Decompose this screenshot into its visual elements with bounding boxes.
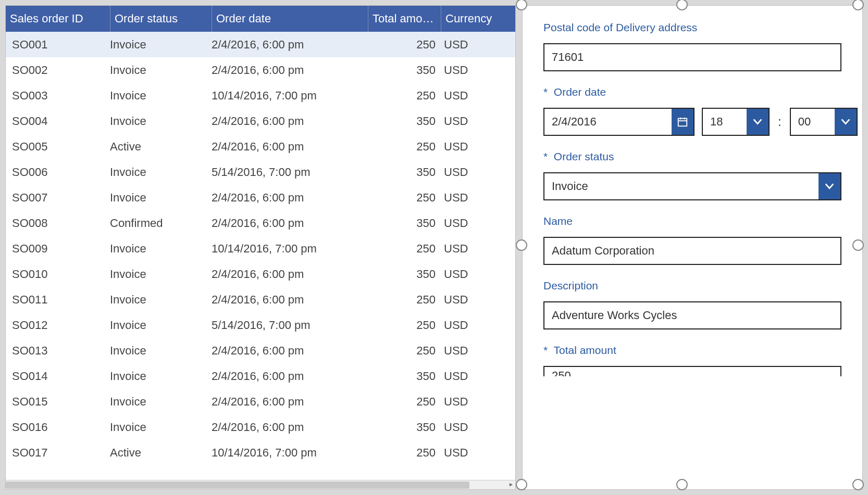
cell-date: 2/4/2016, 6:00 pm: [212, 115, 368, 128]
cell-date: 2/4/2016, 6:00 pm: [212, 217, 368, 230]
cell-date: 2/4/2016, 6:00 pm: [212, 64, 368, 77]
cell-amount: 350: [368, 268, 441, 281]
resize-handle[interactable]: [852, 239, 864, 251]
table-row[interactable]: SO017Active10/14/2016, 7:00 pm250USD: [6, 440, 515, 465]
table-row[interactable]: SO004Invoice2/4/2016, 6:00 pm350USD: [6, 108, 515, 134]
cell-id: SO005: [6, 140, 110, 154]
cell-date: 2/4/2016, 6:00 pm: [212, 268, 368, 281]
input-orderdate-hour[interactable]: 18: [702, 108, 770, 136]
sales-order-grid[interactable]: Sales order ID Order status Order date T…: [5, 5, 516, 490]
cell-currency: USD: [441, 446, 493, 460]
cell-currency: USD: [441, 268, 493, 281]
cell-currency: USD: [441, 115, 493, 128]
cell-id: SO013: [6, 344, 110, 358]
cell-id: SO012: [6, 319, 110, 332]
table-row[interactable]: SO008Confirmed2/4/2016, 6:00 pm350USD: [6, 210, 515, 236]
scroll-right-icon[interactable]: ►: [507, 481, 515, 487]
table-row[interactable]: SO001Invoice2/4/2016, 6:00 pm250USD: [6, 32, 515, 57]
cell-currency: USD: [441, 421, 493, 434]
input-totalamount[interactable]: 250: [543, 366, 841, 376]
cell-status: Invoice: [110, 421, 212, 434]
table-row[interactable]: SO009Invoice10/14/2016, 7:00 pm250USD: [6, 236, 515, 261]
col-header-date[interactable]: Order date: [212, 6, 368, 32]
cell-id: SO014: [6, 370, 110, 383]
cell-amount: 350: [368, 115, 441, 128]
col-header-amount[interactable]: Total amo…: [368, 6, 441, 32]
input-postal[interactable]: 71601: [543, 43, 841, 71]
cell-currency: USD: [441, 344, 493, 358]
cell-status: Invoice: [110, 293, 212, 307]
cell-amount: 250: [368, 319, 441, 332]
cell-id: SO010: [6, 268, 110, 281]
field-name: Name Adatum Corporation: [543, 215, 841, 265]
cell-amount: 250: [368, 344, 441, 358]
select-orderstatus[interactable]: Invoice: [543, 172, 841, 200]
resize-handle[interactable]: [676, 479, 688, 490]
cell-currency: USD: [441, 319, 493, 332]
chevron-down-icon[interactable]: [747, 109, 768, 135]
table-row[interactable]: SO005Active2/4/2016, 6:00 pm250USD: [6, 134, 515, 159]
col-header-status[interactable]: Order status: [110, 6, 212, 32]
cell-amount: 350: [368, 217, 441, 230]
label-postal: Postal code of Delivery address: [543, 21, 841, 34]
chevron-down-icon[interactable]: [819, 173, 840, 199]
label-description: Description: [543, 280, 841, 292]
cell-date: 2/4/2016, 6:00 pm: [212, 293, 368, 307]
table-row[interactable]: SO016Invoice2/4/2016, 6:00 pm350USD: [6, 414, 515, 440]
calendar-icon[interactable]: [672, 109, 693, 135]
cell-currency: USD: [441, 38, 493, 52]
chevron-down-icon[interactable]: [835, 109, 857, 135]
time-colon: :: [777, 115, 783, 129]
grid-horizontal-scrollbar[interactable]: ◄ ►: [6, 480, 515, 489]
cell-currency: USD: [441, 370, 493, 383]
cell-id: SO016: [6, 421, 110, 434]
resize-handle[interactable]: [852, 479, 864, 490]
grid-body[interactable]: SO001Invoice2/4/2016, 6:00 pm250USDSO002…: [6, 32, 515, 480]
label-name: Name: [543, 215, 841, 227]
cell-date: 2/4/2016, 6:00 pm: [212, 140, 368, 154]
field-totalamount: * Total amount 250: [543, 344, 841, 376]
cell-id: SO011: [6, 293, 110, 307]
cell-id: SO007: [6, 191, 110, 205]
cell-date: 2/4/2016, 6:00 pm: [212, 395, 368, 409]
table-row[interactable]: SO006Invoice5/14/2016, 7:00 pm350USD: [6, 159, 515, 185]
table-row[interactable]: SO007Invoice2/4/2016, 6:00 pm250USD: [6, 185, 515, 210]
cell-date: 2/4/2016, 6:00 pm: [212, 344, 368, 358]
resize-handle[interactable]: [516, 239, 527, 251]
table-row[interactable]: SO012Invoice5/14/2016, 7:00 pm250USD: [6, 312, 515, 338]
cell-status: Invoice: [110, 268, 212, 281]
label-orderdate: * Order date: [543, 86, 841, 98]
cell-id: SO015: [6, 395, 110, 409]
input-name[interactable]: Adatum Corporation: [543, 237, 841, 265]
input-orderdate-date[interactable]: 2/4/2016: [543, 108, 695, 136]
cell-status: Invoice: [110, 191, 212, 205]
col-header-id[interactable]: Sales order ID: [6, 6, 110, 32]
table-row[interactable]: SO015Invoice2/4/2016, 6:00 pm250USD: [6, 389, 515, 414]
table-row[interactable]: SO010Invoice2/4/2016, 6:00 pm350USD: [6, 261, 515, 287]
cell-id: SO006: [6, 166, 110, 179]
cell-date: 2/4/2016, 6:00 pm: [212, 421, 368, 434]
table-row[interactable]: SO013Invoice2/4/2016, 6:00 pm250USD: [6, 338, 515, 363]
table-row[interactable]: SO003Invoice10/14/2016, 7:00 pm250USD: [6, 83, 515, 108]
input-description[interactable]: Adventure Works Cycles: [543, 301, 841, 329]
cell-status: Invoice: [110, 64, 212, 77]
cell-amount: 250: [368, 89, 441, 103]
cell-id: SO002: [6, 64, 110, 77]
resize-handle[interactable]: [516, 479, 527, 490]
cell-status: Invoice: [110, 89, 212, 103]
cell-status: Invoice: [110, 166, 212, 179]
detail-form-panel[interactable]: Postal code of Delivery address 71601 * …: [522, 5, 863, 490]
cell-amount: 350: [368, 421, 441, 434]
field-description: Description Adventure Works Cycles: [543, 280, 841, 329]
table-row[interactable]: SO014Invoice2/4/2016, 6:00 pm350USD: [6, 363, 515, 389]
col-header-currency[interactable]: Currency of T: [441, 6, 493, 32]
input-orderdate-minute[interactable]: 00: [790, 108, 858, 136]
cell-amount: 250: [368, 38, 441, 52]
table-row[interactable]: SO002Invoice2/4/2016, 6:00 pm350USD: [6, 57, 515, 83]
cell-status: Active: [110, 446, 212, 460]
cell-date: 10/14/2016, 7:00 pm: [212, 446, 368, 460]
cell-status: Confirmed: [110, 217, 212, 230]
table-row[interactable]: SO011Invoice2/4/2016, 6:00 pm250USD: [6, 287, 515, 312]
cell-id: SO001: [6, 38, 110, 52]
scroll-thumb[interactable]: [6, 481, 469, 489]
